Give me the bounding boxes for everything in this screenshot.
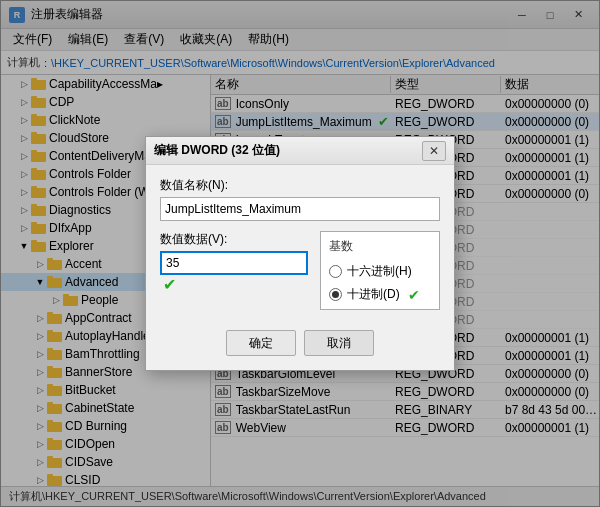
modal-value-label: 数值数据(V): — [160, 231, 308, 248]
radio-dec-circle[interactable] — [329, 288, 342, 301]
radio-hex[interactable]: 十六进制(H) — [329, 263, 431, 280]
modal-body: 数值名称(N): 数值数据(V): ✔ 基数 十六进制(H) — [146, 165, 454, 322]
modal-title: 编辑 DWORD (32 位值) — [154, 142, 422, 159]
modal-title-bar: 编辑 DWORD (32 位值) ✕ — [146, 137, 454, 165]
modal-overlay: 编辑 DWORD (32 位值) ✕ 数值名称(N): 数值数据(V): ✔ — [0, 0, 600, 507]
radio-hex-label: 十六进制(H) — [347, 263, 412, 280]
modal-cancel-button[interactable]: 取消 — [304, 330, 374, 356]
modal-name-input[interactable] — [160, 197, 440, 221]
dec-check-icon: ✔ — [408, 287, 420, 303]
modal-ok-button[interactable]: 确定 — [226, 330, 296, 356]
modal-value-section: 数值数据(V): ✔ — [160, 231, 308, 294]
modal-base-section: 基数 十六进制(H) 十进制(D) ✔ — [320, 231, 440, 310]
radio-dec-label: 十进制(D) — [347, 286, 400, 303]
modal-name-label: 数值名称(N): — [160, 177, 440, 194]
modal-value-row: 数值数据(V): ✔ 基数 十六进制(H) 十进制(D) ✔ — [160, 231, 440, 310]
modal-value-input[interactable] — [160, 251, 308, 275]
value-check-icon: ✔ — [163, 276, 176, 293]
radio-hex-circle[interactable] — [329, 265, 342, 278]
modal-footer: 确定 取消 — [146, 322, 454, 370]
modal-base-label: 基数 — [329, 238, 431, 255]
modal-close-button[interactable]: ✕ — [422, 141, 446, 161]
modal-dialog: 编辑 DWORD (32 位值) ✕ 数值名称(N): 数值数据(V): ✔ — [145, 136, 455, 371]
radio-dec[interactable]: 十进制(D) ✔ — [329, 286, 431, 303]
modal-name-section: 数值名称(N): — [160, 177, 440, 221]
